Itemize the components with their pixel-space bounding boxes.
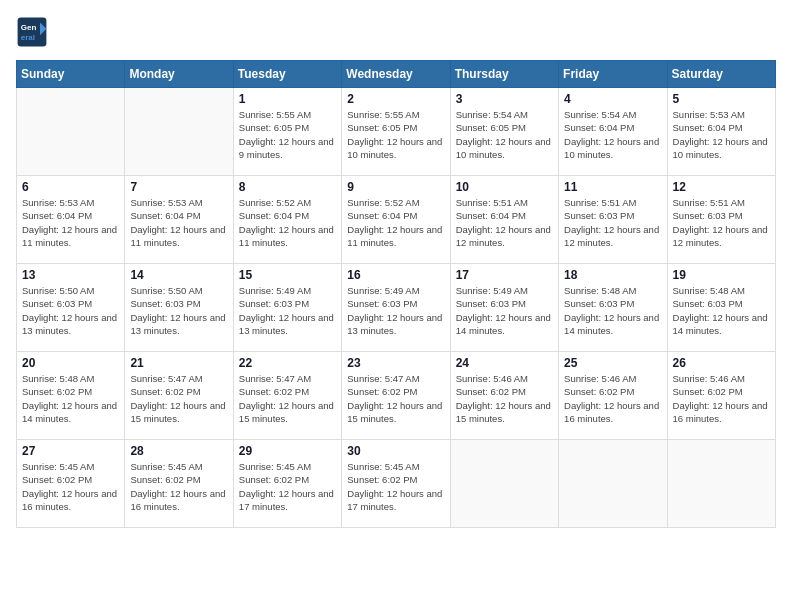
weekday-header-sunday: Sunday xyxy=(17,61,125,88)
day-info: Sunrise: 5:54 AM Sunset: 6:05 PM Dayligh… xyxy=(456,108,553,161)
day-number: 9 xyxy=(347,180,444,194)
calendar-cell: 4Sunrise: 5:54 AM Sunset: 6:04 PM Daylig… xyxy=(559,88,667,176)
day-number: 5 xyxy=(673,92,770,106)
logo-icon: Gen eral xyxy=(16,16,48,48)
calendar-cell: 27Sunrise: 5:45 AM Sunset: 6:02 PM Dayli… xyxy=(17,440,125,528)
calendar-cell: 20Sunrise: 5:48 AM Sunset: 6:02 PM Dayli… xyxy=(17,352,125,440)
day-number: 12 xyxy=(673,180,770,194)
day-number: 16 xyxy=(347,268,444,282)
calendar-cell: 3Sunrise: 5:54 AM Sunset: 6:05 PM Daylig… xyxy=(450,88,558,176)
calendar-cell: 13Sunrise: 5:50 AM Sunset: 6:03 PM Dayli… xyxy=(17,264,125,352)
calendar-cell: 22Sunrise: 5:47 AM Sunset: 6:02 PM Dayli… xyxy=(233,352,341,440)
calendar-cell: 12Sunrise: 5:51 AM Sunset: 6:03 PM Dayli… xyxy=(667,176,775,264)
weekday-header-tuesday: Tuesday xyxy=(233,61,341,88)
week-row-5: 27Sunrise: 5:45 AM Sunset: 6:02 PM Dayli… xyxy=(17,440,776,528)
day-info: Sunrise: 5:53 AM Sunset: 6:04 PM Dayligh… xyxy=(22,196,119,249)
day-info: Sunrise: 5:51 AM Sunset: 6:03 PM Dayligh… xyxy=(564,196,661,249)
calendar-cell: 30Sunrise: 5:45 AM Sunset: 6:02 PM Dayli… xyxy=(342,440,450,528)
calendar-cell xyxy=(450,440,558,528)
calendar-cell: 25Sunrise: 5:46 AM Sunset: 6:02 PM Dayli… xyxy=(559,352,667,440)
calendar-cell: 17Sunrise: 5:49 AM Sunset: 6:03 PM Dayli… xyxy=(450,264,558,352)
day-info: Sunrise: 5:46 AM Sunset: 6:02 PM Dayligh… xyxy=(456,372,553,425)
day-info: Sunrise: 5:49 AM Sunset: 6:03 PM Dayligh… xyxy=(239,284,336,337)
day-info: Sunrise: 5:48 AM Sunset: 6:03 PM Dayligh… xyxy=(673,284,770,337)
day-info: Sunrise: 5:50 AM Sunset: 6:03 PM Dayligh… xyxy=(130,284,227,337)
calendar-cell xyxy=(17,88,125,176)
calendar-cell: 26Sunrise: 5:46 AM Sunset: 6:02 PM Dayli… xyxy=(667,352,775,440)
day-number: 7 xyxy=(130,180,227,194)
day-info: Sunrise: 5:51 AM Sunset: 6:03 PM Dayligh… xyxy=(673,196,770,249)
calendar-cell xyxy=(125,88,233,176)
calendar-cell xyxy=(667,440,775,528)
calendar-cell: 23Sunrise: 5:47 AM Sunset: 6:02 PM Dayli… xyxy=(342,352,450,440)
week-row-4: 20Sunrise: 5:48 AM Sunset: 6:02 PM Dayli… xyxy=(17,352,776,440)
day-number: 3 xyxy=(456,92,553,106)
day-info: Sunrise: 5:45 AM Sunset: 6:02 PM Dayligh… xyxy=(130,460,227,513)
day-info: Sunrise: 5:54 AM Sunset: 6:04 PM Dayligh… xyxy=(564,108,661,161)
day-number: 8 xyxy=(239,180,336,194)
day-info: Sunrise: 5:48 AM Sunset: 6:02 PM Dayligh… xyxy=(22,372,119,425)
calendar-header-row: SundayMondayTuesdayWednesdayThursdayFrid… xyxy=(17,61,776,88)
day-number: 29 xyxy=(239,444,336,458)
calendar-cell: 8Sunrise: 5:52 AM Sunset: 6:04 PM Daylig… xyxy=(233,176,341,264)
day-number: 22 xyxy=(239,356,336,370)
calendar-cell: 2Sunrise: 5:55 AM Sunset: 6:05 PM Daylig… xyxy=(342,88,450,176)
day-info: Sunrise: 5:49 AM Sunset: 6:03 PM Dayligh… xyxy=(456,284,553,337)
day-info: Sunrise: 5:53 AM Sunset: 6:04 PM Dayligh… xyxy=(130,196,227,249)
day-number: 19 xyxy=(673,268,770,282)
day-number: 27 xyxy=(22,444,119,458)
calendar-cell: 1Sunrise: 5:55 AM Sunset: 6:05 PM Daylig… xyxy=(233,88,341,176)
day-number: 30 xyxy=(347,444,444,458)
calendar-cell: 7Sunrise: 5:53 AM Sunset: 6:04 PM Daylig… xyxy=(125,176,233,264)
day-info: Sunrise: 5:52 AM Sunset: 6:04 PM Dayligh… xyxy=(239,196,336,249)
calendar-cell: 9Sunrise: 5:52 AM Sunset: 6:04 PM Daylig… xyxy=(342,176,450,264)
weekday-header-friday: Friday xyxy=(559,61,667,88)
calendar-cell: 11Sunrise: 5:51 AM Sunset: 6:03 PM Dayli… xyxy=(559,176,667,264)
calendar-cell: 16Sunrise: 5:49 AM Sunset: 6:03 PM Dayli… xyxy=(342,264,450,352)
day-number: 10 xyxy=(456,180,553,194)
day-info: Sunrise: 5:47 AM Sunset: 6:02 PM Dayligh… xyxy=(239,372,336,425)
week-row-2: 6Sunrise: 5:53 AM Sunset: 6:04 PM Daylig… xyxy=(17,176,776,264)
day-info: Sunrise: 5:45 AM Sunset: 6:02 PM Dayligh… xyxy=(239,460,336,513)
calendar-cell: 18Sunrise: 5:48 AM Sunset: 6:03 PM Dayli… xyxy=(559,264,667,352)
day-info: Sunrise: 5:51 AM Sunset: 6:04 PM Dayligh… xyxy=(456,196,553,249)
calendar-cell: 10Sunrise: 5:51 AM Sunset: 6:04 PM Dayli… xyxy=(450,176,558,264)
day-info: Sunrise: 5:46 AM Sunset: 6:02 PM Dayligh… xyxy=(564,372,661,425)
day-number: 23 xyxy=(347,356,444,370)
logo: Gen eral xyxy=(16,16,52,48)
day-number: 15 xyxy=(239,268,336,282)
calendar-cell: 14Sunrise: 5:50 AM Sunset: 6:03 PM Dayli… xyxy=(125,264,233,352)
day-info: Sunrise: 5:50 AM Sunset: 6:03 PM Dayligh… xyxy=(22,284,119,337)
week-row-3: 13Sunrise: 5:50 AM Sunset: 6:03 PM Dayli… xyxy=(17,264,776,352)
day-info: Sunrise: 5:53 AM Sunset: 6:04 PM Dayligh… xyxy=(673,108,770,161)
day-number: 24 xyxy=(456,356,553,370)
day-info: Sunrise: 5:55 AM Sunset: 6:05 PM Dayligh… xyxy=(239,108,336,161)
day-number: 13 xyxy=(22,268,119,282)
day-info: Sunrise: 5:55 AM Sunset: 6:05 PM Dayligh… xyxy=(347,108,444,161)
day-info: Sunrise: 5:49 AM Sunset: 6:03 PM Dayligh… xyxy=(347,284,444,337)
day-number: 28 xyxy=(130,444,227,458)
day-number: 21 xyxy=(130,356,227,370)
weekday-header-wednesday: Wednesday xyxy=(342,61,450,88)
day-info: Sunrise: 5:45 AM Sunset: 6:02 PM Dayligh… xyxy=(22,460,119,513)
calendar-cell: 24Sunrise: 5:46 AM Sunset: 6:02 PM Dayli… xyxy=(450,352,558,440)
calendar-cell: 19Sunrise: 5:48 AM Sunset: 6:03 PM Dayli… xyxy=(667,264,775,352)
calendar-cell: 6Sunrise: 5:53 AM Sunset: 6:04 PM Daylig… xyxy=(17,176,125,264)
day-info: Sunrise: 5:47 AM Sunset: 6:02 PM Dayligh… xyxy=(347,372,444,425)
day-info: Sunrise: 5:46 AM Sunset: 6:02 PM Dayligh… xyxy=(673,372,770,425)
day-number: 17 xyxy=(456,268,553,282)
weekday-header-saturday: Saturday xyxy=(667,61,775,88)
day-info: Sunrise: 5:47 AM Sunset: 6:02 PM Dayligh… xyxy=(130,372,227,425)
calendar-cell: 15Sunrise: 5:49 AM Sunset: 6:03 PM Dayli… xyxy=(233,264,341,352)
day-number: 14 xyxy=(130,268,227,282)
day-number: 20 xyxy=(22,356,119,370)
day-info: Sunrise: 5:52 AM Sunset: 6:04 PM Dayligh… xyxy=(347,196,444,249)
weekday-header-monday: Monday xyxy=(125,61,233,88)
day-number: 26 xyxy=(673,356,770,370)
weekday-header-thursday: Thursday xyxy=(450,61,558,88)
day-number: 11 xyxy=(564,180,661,194)
calendar-cell xyxy=(559,440,667,528)
day-info: Sunrise: 5:48 AM Sunset: 6:03 PM Dayligh… xyxy=(564,284,661,337)
day-number: 18 xyxy=(564,268,661,282)
svg-text:eral: eral xyxy=(21,33,35,42)
